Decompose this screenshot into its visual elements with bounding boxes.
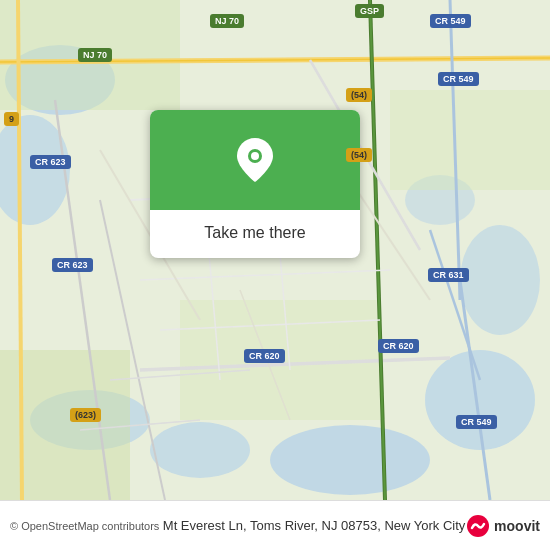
svg-rect-12 xyxy=(390,90,550,190)
moovit-text: moovit xyxy=(494,518,540,534)
map-view: Take me there NJ 70 NJ 70 GSP CR 549 CR … xyxy=(0,0,550,500)
cr549-shield-2: CR 549 xyxy=(438,72,479,86)
address-value: Mt Everest Ln, Toms River, NJ 08753, New… xyxy=(163,518,466,533)
card-map-preview xyxy=(150,110,360,210)
bottom-bar: © OpenStreetMap contributors Mt Everest … xyxy=(0,500,550,550)
cr549-shield-1: CR 549 xyxy=(430,14,471,28)
cr631-shield: CR 631 xyxy=(428,268,469,282)
cr620-shield-1: CR 620 xyxy=(244,349,285,363)
cr623-shield-1: CR 623 xyxy=(30,155,71,169)
route54-shield-1: (54) xyxy=(346,88,372,102)
location-card: Take me there xyxy=(150,110,360,258)
route623-shield: (623) xyxy=(70,408,101,422)
osm-text: © OpenStreetMap contributors xyxy=(10,520,159,532)
svg-point-4 xyxy=(150,422,250,478)
cr620-shield-2: CR 620 xyxy=(378,339,419,353)
route9-shield: 9 xyxy=(4,112,19,126)
take-me-there-button[interactable]: Take me there xyxy=(192,220,317,246)
nj70-shield-2: NJ 70 xyxy=(210,14,244,28)
cr549-shield-3: CR 549 xyxy=(456,415,497,429)
location-pin-icon xyxy=(237,138,273,182)
moovit-logo: moovit xyxy=(466,514,540,538)
nj70-shield-1: NJ 70 xyxy=(78,48,112,62)
gsp-shield: GSP xyxy=(355,4,384,18)
svg-point-36 xyxy=(251,152,259,160)
address-label: Mt Everest Ln, Toms River, NJ 08753, New… xyxy=(162,518,466,533)
cr623-shield-2: CR 623 xyxy=(52,258,93,272)
osm-attribution: © OpenStreetMap contributors xyxy=(10,520,162,532)
route54-shield-2: (54) xyxy=(346,148,372,162)
svg-point-7 xyxy=(460,225,540,335)
svg-point-5 xyxy=(270,425,430,495)
moovit-icon xyxy=(466,514,490,538)
